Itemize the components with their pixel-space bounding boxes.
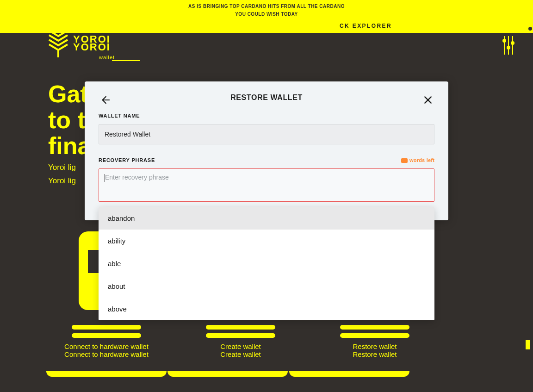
modal-header: RESTORE WALLET [99,81,434,109]
suggestion-item[interactable]: abandon [99,207,434,230]
card-connect-label: Connect to hardware wallet [64,342,149,350]
banner-explorer-text: CK EXPLORER [340,23,392,29]
banner-bullet [528,27,532,31]
banner-line-1: AS IS BRINGING TOP CARDANO HITS FROM ALL… [188,4,345,9]
card-create-label: Create wallet [220,342,261,350]
recovery-phrase-placeholder: Enter recovery phrase [105,174,169,181]
words-left-indicator: words left [401,157,434,163]
suggestion-item[interactable]: about [99,275,434,298]
card-restore-label-2: Restore wallet [353,350,397,358]
card-create-label-2: Create wallet [220,350,261,358]
modal-title: RESTORE WALLET [230,93,303,101]
suggestion-item[interactable]: above [99,298,434,320]
recovery-phrase-suggestions: abandon ability able about above [99,207,434,320]
recovery-phrase-input[interactable]: Enter recovery phrase [99,168,434,202]
card-restore-label: Restore wallet [353,342,397,350]
brand-sub: wallet [99,55,115,60]
cards-underline [46,370,416,384]
banner-line-2: YOU COULD WISH TODAY [235,12,298,17]
recovery-phrase-label: RECOVERY PHRASE [99,157,155,163]
words-left-text: words left [409,157,434,163]
svg-point-3 [503,39,506,42]
right-edge-mark [526,340,530,349]
card-connect-label-2: Connect to hardware wallet [64,350,149,358]
suggestion-item[interactable]: able [99,252,434,275]
yellow-top-banner: AS IS BRINGING TOP CARDANO HITS FROM ALL… [0,0,533,33]
settings-icon[interactable] [502,36,514,56]
suggestion-item[interactable]: ability [99,230,434,252]
brand-underline [112,60,140,61]
close-button[interactable] [421,93,434,106]
svg-point-5 [511,42,514,44]
wallet-name-input[interactable] [99,124,434,144]
restore-wallet-modal: RESTORE WALLET WALLET NAME RECOVERY PHRA… [85,81,448,220]
brand-name-shadow: YOROI [73,41,111,53]
back-button[interactable] [99,93,112,106]
yoroi-logo-icon [48,28,69,60]
wallet-name-label: WALLET NAME [99,113,434,118]
svg-point-4 [507,46,510,49]
